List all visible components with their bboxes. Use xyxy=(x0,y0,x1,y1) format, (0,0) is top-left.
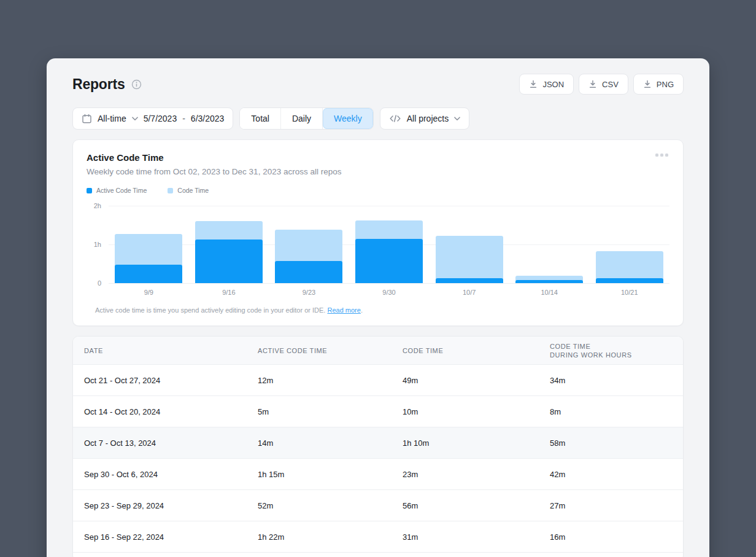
table-row[interactable]: Sep 16 - Sep 22, 20241h 22m31m16m xyxy=(73,521,683,553)
granularity-tabs: TotalDailyWeekly xyxy=(239,107,373,130)
info-icon[interactable] xyxy=(131,79,142,90)
cell-code-time: 1h 10m xyxy=(403,438,550,448)
x-tick-label: 10/7 xyxy=(429,289,509,296)
export-csv-button[interactable]: CSV xyxy=(579,74,628,95)
active-code-time-bar[interactable] xyxy=(436,278,503,283)
legend-swatch xyxy=(87,188,92,193)
cell-active-code-time: 5m xyxy=(258,407,403,416)
active-code-time-bar[interactable] xyxy=(515,280,583,283)
cell-date: Oct 14 - Oct 20, 2024 xyxy=(84,407,258,416)
tab-daily[interactable]: Daily xyxy=(281,108,323,129)
active-code-time-bar[interactable] xyxy=(115,265,182,283)
tab-total[interactable]: Total xyxy=(240,108,281,129)
page-title: Reports xyxy=(72,76,125,93)
legend-label: Code Time xyxy=(177,187,209,194)
date-end: 6/3/2023 xyxy=(191,114,225,123)
date-range-preset: All-time xyxy=(98,114,126,123)
bar-chart: 2h1h0 xyxy=(87,206,669,283)
x-tick-label: 10/14 xyxy=(509,289,590,296)
projects-label: All projects xyxy=(407,114,449,123)
cell-code-time: 23m xyxy=(403,470,550,479)
tab-weekly[interactable]: Weekly xyxy=(323,108,373,129)
active-code-time-bar[interactable] xyxy=(275,261,342,284)
page-header: Reports JSONCSVPNG xyxy=(72,73,684,95)
table-header-cell: DATE xyxy=(84,346,258,355)
cell-active-code-time: 12m xyxy=(258,376,403,385)
export-buttons: JSONCSVPNG xyxy=(519,74,684,95)
date-start: 5/7/2023 xyxy=(144,114,177,123)
export-json-button[interactable]: JSON xyxy=(519,74,574,95)
projects-dropdown[interactable]: All projects xyxy=(380,107,469,130)
table-row[interactable]: Oct 14 - Oct 20, 20245m10m8m xyxy=(73,396,683,427)
y-tick-label: 0 xyxy=(98,279,101,287)
footnote-period: . xyxy=(361,306,363,314)
code-time-bar[interactable] xyxy=(436,236,503,283)
chart-subtitle: Weekly code time from Oct 02, 2023 to De… xyxy=(87,167,669,176)
date-range-picker[interactable]: All-time 5/7/2023 - 6/3/2023 xyxy=(72,107,233,130)
active-code-time-bar[interactable] xyxy=(355,239,423,283)
cell-active-code-time: 52m xyxy=(258,501,403,510)
bar-group xyxy=(349,206,430,283)
table-row[interactable]: Sep 23 - Sep 29, 202452m56m27m xyxy=(73,490,683,521)
more-menu-icon[interactable] xyxy=(653,151,671,159)
table-row[interactable]: Oct 21 - Oct 27, 202412m49m34m xyxy=(73,365,683,396)
y-tick-label: 1h xyxy=(94,241,101,248)
export-png-button[interactable]: PNG xyxy=(633,74,684,95)
legend-item: Code Time xyxy=(168,187,209,194)
legend-label: Active Code Time xyxy=(96,187,147,194)
code-icon xyxy=(389,115,401,122)
cell-date: Sep 30 - Oct 6, 2024 xyxy=(84,470,258,479)
chart-footnote: Active code time is time you spend activ… xyxy=(95,306,669,314)
export-button-label: PNG xyxy=(657,80,674,89)
cell-active-code-time: 1h 22m xyxy=(258,532,403,542)
download-icon xyxy=(588,80,597,88)
bar-group xyxy=(269,206,349,283)
cell-active-code-time: 1h 15m xyxy=(258,470,403,479)
chart-title: Active Code Time xyxy=(87,152,669,163)
cell-code-time: 10m xyxy=(403,407,550,416)
cell-date: Oct 7 - Oct 13, 2024 xyxy=(84,438,258,448)
x-tick-label: 9/16 xyxy=(189,289,269,296)
x-tick-label: 9/9 xyxy=(109,289,189,296)
cell-code-time: 49m xyxy=(403,376,550,385)
export-button-label: CSV xyxy=(602,80,619,89)
active-code-time-bar[interactable] xyxy=(596,278,663,283)
table-row[interactable]: Oct 7 - Oct 13, 202414m1h 10m58m xyxy=(73,427,683,459)
cell-date: Oct 21 - Oct 27, 2024 xyxy=(84,376,258,385)
cell-code-time: 31m xyxy=(403,532,550,542)
bar-group xyxy=(189,206,269,283)
bar-group xyxy=(429,206,509,283)
table-header-cell: CODE TIMEDURING WORK HOURS xyxy=(550,342,672,359)
cell-active-code-time: 14m xyxy=(258,438,403,448)
x-tick-label: 9/23 xyxy=(269,289,349,296)
table-row[interactable]: Sep 30 - Oct 6, 20241h 15m23m42m xyxy=(73,459,683,490)
chart-x-axis: 9/99/169/239/3010/710/1410/21 xyxy=(109,289,669,296)
table-header-cell: CODE TIME xyxy=(403,346,550,355)
table-header-row: DATEACTIVE CODE TIMECODE TIMECODE TIMEDU… xyxy=(73,337,683,365)
footnote-text: Active code time is time you spend activ… xyxy=(95,306,325,314)
gridline xyxy=(109,283,669,284)
x-tick-label: 10/21 xyxy=(589,289,669,296)
bar-group xyxy=(589,206,669,283)
chart-y-axis: 2h1h0 xyxy=(87,206,109,283)
legend-item: Active Code Time xyxy=(87,187,147,194)
active-code-time-card: Active Code Time Weekly code time from O… xyxy=(72,139,684,326)
cell-work-hours: 34m xyxy=(550,376,672,385)
cell-work-hours: 58m xyxy=(550,438,672,448)
export-button-label: JSON xyxy=(542,80,564,89)
weekly-report-table: DATEACTIVE CODE TIMECODE TIMECODE TIMEDU… xyxy=(72,336,684,557)
read-more-link[interactable]: Read more xyxy=(327,306,360,314)
cell-code-time: 56m xyxy=(403,501,550,510)
active-code-time-bar[interactable] xyxy=(195,240,263,283)
table-header-cell: ACTIVE CODE TIME xyxy=(258,346,403,355)
y-tick-label: 2h xyxy=(94,202,101,209)
chevron-down-icon xyxy=(132,117,138,121)
date-separator: - xyxy=(182,114,185,123)
cell-work-hours: 27m xyxy=(550,501,672,510)
download-icon xyxy=(529,80,538,88)
download-icon xyxy=(643,80,652,88)
filter-row: All-time 5/7/2023 - 6/3/2023 TotalDailyW… xyxy=(72,107,684,130)
cell-work-hours: 8m xyxy=(550,407,672,416)
cell-work-hours: 42m xyxy=(550,470,672,479)
x-tick-label: 9/30 xyxy=(349,289,430,296)
